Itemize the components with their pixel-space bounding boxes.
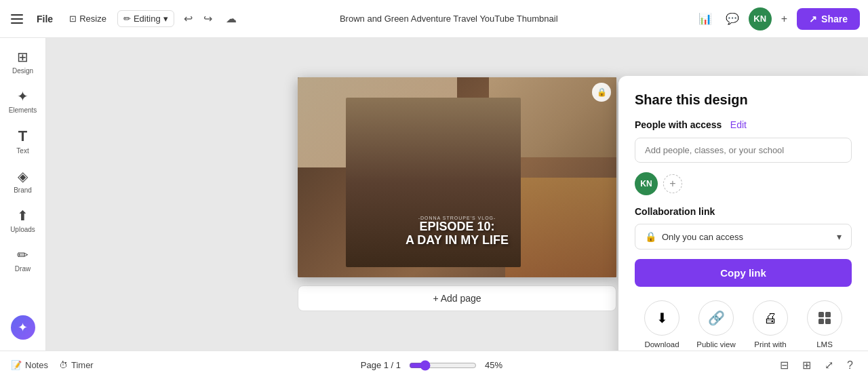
notes-icon: 📝 <box>11 360 22 370</box>
panel-title: Share this design <box>635 92 852 108</box>
pencil-icon: ✏ <box>123 14 131 24</box>
share-panel: Share this design People with access Edi… <box>618 76 868 351</box>
action-print[interactable]: 🖨 Print with Canva <box>747 300 794 351</box>
topbar-right: 📊 💬 KN + ↗ Share <box>657 7 860 31</box>
sidebar-item-label: Uploads <box>10 226 35 233</box>
add-person-button[interactable]: + <box>663 174 682 193</box>
add-page-button[interactable]: + Add page <box>298 285 616 311</box>
help-button[interactable]: ? <box>843 355 857 376</box>
undo-redo-group: ↩ ↪ <box>180 8 216 29</box>
public-view-icon-circle: 🔗 <box>698 300 734 336</box>
chevron-down-icon: ▾ <box>163 14 168 24</box>
people-access-label: People with access <box>635 119 722 130</box>
action-icons-row: ⬇ Download 🔗 Public view link 🖨 Print wi… <box>635 300 852 351</box>
action-download[interactable]: ⬇ Download <box>638 300 686 351</box>
sidebar-item-design[interactable]: ⊞ Design <box>3 43 43 80</box>
copy-link-button[interactable]: Copy link <box>635 259 852 287</box>
sidebar-item-text[interactable]: T Text <box>3 122 43 160</box>
comments-button[interactable]: 💬 <box>722 8 743 29</box>
access-dropdown[interactable]: 🔒 Only you can access <box>635 224 852 250</box>
sidebar-item-label: Draw <box>15 265 31 273</box>
access-option-text: Only you can access <box>662 232 743 242</box>
share-button[interactable]: ↗ Share <box>797 8 860 30</box>
sidebar-item-draw[interactable]: ✏ Draw <box>3 241 43 278</box>
collab-label: Collaboration link <box>635 206 852 217</box>
sidebar-item-label: Design <box>12 67 33 75</box>
fullscreen-button[interactable]: ⤢ <box>821 355 837 376</box>
svg-rect-1 <box>825 312 831 317</box>
hamburger-menu[interactable] <box>8 12 26 26</box>
lock-icon[interactable]: 🔒 <box>592 83 611 102</box>
download-label: Download <box>644 340 679 350</box>
action-lms[interactable]: LMS <box>801 300 848 351</box>
elements-icon: ✦ <box>17 88 28 104</box>
topbar-left: File ⊡ Resize ✏ Editing ▾ ↩ ↪ ☁ <box>8 8 241 29</box>
episode-text: EPISODE 10: A DAY IN MY LIFE <box>314 220 601 247</box>
sidebar-item-brand[interactable]: ◈ Brand <box>3 163 43 199</box>
avatar-row: KN + <box>635 172 852 195</box>
file-button[interactable]: File <box>31 11 58 27</box>
multi-page-button[interactable]: ⊞ <box>798 355 815 376</box>
zoom-label: 45% <box>485 360 509 370</box>
svg-rect-3 <box>825 319 831 324</box>
print-label: Print with Canva <box>747 340 794 351</box>
avatar[interactable]: KN <box>749 7 772 31</box>
analytics-button[interactable]: 📊 <box>694 8 716 29</box>
user-avatar[interactable]: KN <box>635 172 658 195</box>
canvas-text-overlay: -DONNA STROUPE'S VLOG- EPISODE 10: A DAY… <box>314 216 601 247</box>
svg-rect-0 <box>818 312 824 317</box>
bottom-right: ⊟ ⊞ ⤢ ? <box>776 355 857 376</box>
uploads-icon: ⬆ <box>17 207 28 224</box>
resize-icon: ⊡ <box>69 14 77 24</box>
zoom-slider[interactable] <box>409 360 477 371</box>
share-icon: ↗ <box>809 14 817 24</box>
save-status-button[interactable]: ☁ <box>222 8 241 29</box>
redo-button[interactable]: ↪ <box>199 8 216 29</box>
bottom-bar: 📝 Notes ⏱ Timer Page 1 / 1 45% ⊟ ⊞ ⤢ ? <box>0 351 868 379</box>
lock-icon-dropdown: 🔒 <box>645 231 656 242</box>
chevron-down-icon <box>837 231 842 242</box>
sidebar-item-elements[interactable]: ✦ Elements <box>3 83 43 119</box>
sidebar-item-label: Brand <box>14 186 32 194</box>
main-area: ⊞ Design ✦ Elements T Text ◈ Brand ⬆ Upl… <box>0 38 868 351</box>
text-icon: T <box>18 127 27 145</box>
sidebar-item-label: Text <box>16 147 28 155</box>
public-view-label: Public view link <box>692 340 740 351</box>
timer-icon: ⏱ <box>59 360 68 370</box>
document-title: Brown and Green Adventure Travel YouTube… <box>246 14 652 24</box>
bottom-left: 📝 Notes ⏱ Timer <box>11 360 94 370</box>
brand-icon: ◈ <box>18 168 28 184</box>
sidebar: ⊞ Design ✦ Elements T Text ◈ Brand ⬆ Upl… <box>0 38 46 351</box>
timer-button[interactable]: ⏱ Timer <box>59 360 94 370</box>
sidebar-item-uploads[interactable]: ⬆ Uploads <box>3 202 43 239</box>
magic-button[interactable]: ✦ <box>11 315 35 340</box>
access-dropdown-left: 🔒 Only you can access <box>645 231 743 242</box>
add-collaborator-button[interactable]: + <box>777 9 791 29</box>
bottom-center: Page 1 / 1 45% <box>94 360 776 371</box>
undo-button[interactable]: ↩ <box>180 8 197 29</box>
topbar: File ⊡ Resize ✏ Editing ▾ ↩ ↪ ☁ Brown an… <box>0 0 868 38</box>
print-icon-circle: 🖨 <box>753 300 788 336</box>
lms-label: LMS <box>816 340 833 350</box>
people-access-row: People with access Edit <box>635 119 852 131</box>
notes-button[interactable]: 📝 Notes <box>11 360 48 370</box>
grid-view-button[interactable]: ⊟ <box>776 355 793 376</box>
canvas-content: -DONNA STROUPE'S VLOG- EPISODE 10: A DAY… <box>298 77 616 277</box>
lms-icon-circle <box>807 300 842 336</box>
editing-button[interactable]: ✏ Editing ▾ <box>117 10 174 27</box>
canvas[interactable]: -DONNA STROUPE'S VLOG- EPISODE 10: A DAY… <box>298 77 616 277</box>
draw-icon: ✏ <box>17 247 28 263</box>
download-icon-circle: ⬇ <box>644 300 679 336</box>
action-public-view[interactable]: 🔗 Public view link <box>692 300 740 351</box>
canvas-area: -DONNA STROUPE'S VLOG- EPISODE 10: A DAY… <box>46 38 868 351</box>
people-input[interactable] <box>635 138 852 163</box>
svg-rect-2 <box>818 319 824 324</box>
edit-link[interactable]: Edit <box>730 119 747 130</box>
page-info: Page 1 / 1 <box>361 360 401 370</box>
design-icon: ⊞ <box>17 49 28 65</box>
sidebar-item-label: Elements <box>9 106 37 114</box>
resize-button[interactable]: ⊡ Resize <box>64 11 112 26</box>
